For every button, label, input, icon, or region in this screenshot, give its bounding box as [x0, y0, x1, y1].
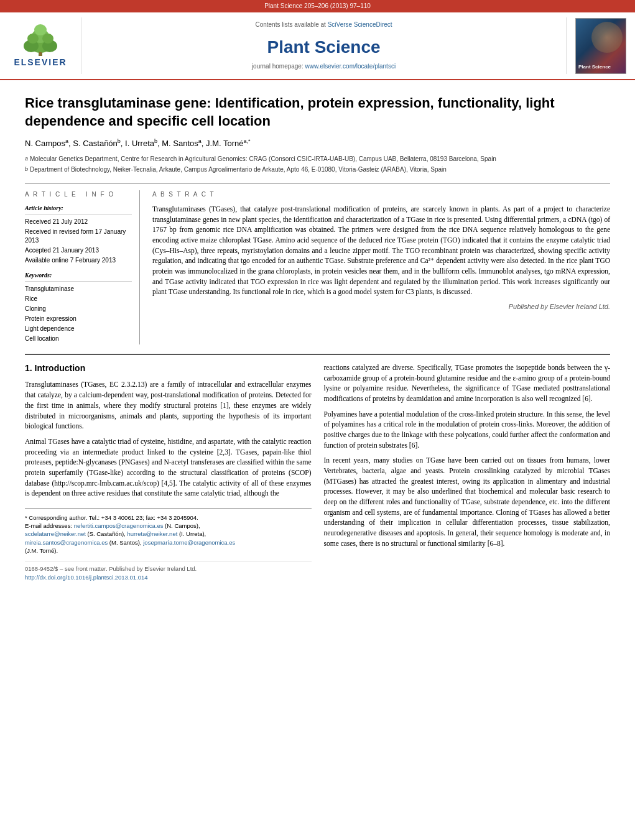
keyword-1: Transglutaminase	[25, 285, 132, 293]
doi-link[interactable]: http://dx.doi.org/10.1016/j.plantsci.201…	[25, 573, 312, 581]
introduction-two-columns: 1. Introduction Transglutaminases (TGase…	[25, 362, 610, 581]
page: Plant Science 205–206 (2013) 97–110 ELSE…	[0, 0, 635, 840]
svg-point-6	[42, 34, 53, 44]
bottom-info: 0168-9452/$ – see front matter. Publishe…	[25, 561, 312, 581]
intro-left-text: Transglutaminases (TGases, EC 2.3.2.13) …	[25, 379, 312, 498]
abstract-column: A B S T R A C T Transglutaminases (TGase…	[152, 190, 610, 344]
svg-rect-8	[39, 52, 42, 56]
journal-title: Plant Science	[267, 35, 380, 59]
homepage-line: journal homepage: www.elsevier.com/locat…	[252, 62, 396, 71]
keyword-3: Cloning	[25, 305, 132, 313]
footnote-divider: * Corresponding author. Tel.: +34 3 4006…	[25, 508, 312, 555]
accepted-date: Accepted 21 January 2013	[25, 246, 132, 255]
sciverse-link[interactable]: SciVerse ScienceDirect	[328, 21, 392, 28]
affiliation-b: b Department of Biotechnology, Neiker-Te…	[25, 165, 610, 174]
received-date: Received 21 July 2012	[25, 218, 132, 226]
journal-citation: Plant Science 205–206 (2013) 97–110	[264, 2, 371, 9]
authors-line: N. Camposa, S. Castañónb, I. Urretab, M.…	[25, 137, 610, 150]
keyword-2: Rice	[25, 295, 132, 303]
journal-cover-image: Plant Science	[575, 18, 626, 74]
affiliation-a: a Molecular Genetics Department, Centre …	[25, 155, 610, 164]
journal-cover-area: Plant Science	[573, 17, 629, 74]
intro-right-text: reactions catalyzed are diverse. Specifi…	[324, 362, 611, 548]
footnote-corresponding: * Corresponding author. Tel.: +34 3 4006…	[25, 514, 312, 522]
footnote-emails: E-mail addresses: nefertiti.campos@crage…	[25, 522, 312, 555]
cover-title: Plant Science	[578, 63, 611, 70]
journal-citation-bar: Plant Science 205–206 (2013) 97–110	[0, 0, 635, 12]
homepage-url[interactable]: www.elsevier.com/locate/plantsci	[305, 63, 396, 70]
journal-title-area: Contents lists available at SciVerse Sci…	[81, 17, 567, 74]
section-divider	[25, 354, 610, 355]
keyword-4: Protein expression	[25, 315, 132, 323]
svg-point-7	[34, 24, 47, 35]
available-date: Available online 7 February 2013	[25, 256, 132, 265]
content-area: Rice transglutaminase gene: Identificati…	[0, 80, 635, 591]
keyword-5: Light dependence	[25, 325, 132, 333]
publisher-logo-area: ELSEVIER	[6, 17, 75, 74]
elsevier-wordmark: ELSEVIER	[14, 57, 67, 69]
elsevier-logo: ELSEVIER	[14, 22, 67, 69]
intro-right-column: reactions catalyzed are diverse. Specifi…	[324, 362, 611, 581]
abstract-section-header: A B S T R A C T	[152, 190, 610, 199]
journal-header: ELSEVIER Contents lists available at Sci…	[0, 12, 635, 80]
affiliations: a Molecular Genetics Department, Centre …	[25, 155, 610, 174]
intro-section-title: 1. Introduction	[25, 362, 312, 375]
article-history-label: Article history:	[25, 204, 132, 215]
intro-left-column: 1. Introduction Transglutaminases (TGase…	[25, 362, 312, 581]
article-info-column: A R T I C L E I N F O Article history: R…	[25, 190, 140, 344]
svg-point-5	[27, 34, 39, 44]
abstract-text: Transglutaminases (TGases), that catalyz…	[152, 204, 610, 297]
contents-line: Contents lists available at SciVerse Sci…	[255, 21, 392, 29]
article-info-section-header: A R T I C L E I N F O	[25, 190, 132, 199]
cover-decoration	[591, 22, 623, 53]
elsevier-tree-icon	[16, 22, 65, 57]
keyword-6: Cell location	[25, 335, 132, 343]
article-info-abstract-columns: A R T I C L E I N F O Article history: R…	[25, 183, 610, 344]
published-by: Published by Elsevier Ireland Ltd.	[152, 302, 610, 312]
keywords-label: Keywords:	[25, 271, 132, 282]
article-title: Rice transglutaminase gene: Identificati…	[25, 95, 610, 130]
revised-date: Received in revised form 17 January 2013	[25, 228, 132, 245]
